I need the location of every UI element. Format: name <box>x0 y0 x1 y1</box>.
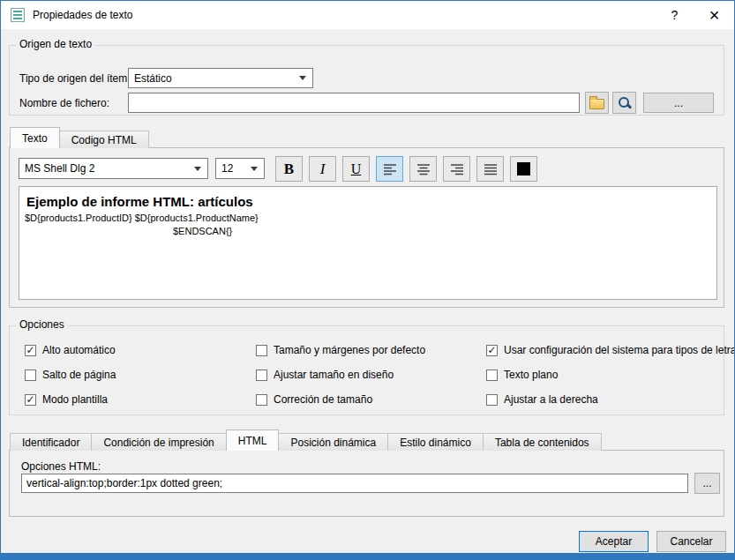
checkbox-label: Correción de tamaño <box>274 393 372 406</box>
checkbox-box[interactable]: ✓ <box>25 345 36 356</box>
align-center-icon <box>416 163 431 175</box>
check-mark: ✓ <box>487 345 496 355</box>
text-properties-dialog: Propiedades de texto ? × Origen de texto… <box>0 0 735 560</box>
origin-group-title: Origen de texto <box>16 38 95 50</box>
item-source-type-combobox[interactable]: Estático <box>128 68 313 88</box>
tab-html[interactable]: HTML <box>226 429 280 451</box>
item-source-type-label: Tipo de origen del ítem: <box>19 69 131 88</box>
tab-condicion-impresion[interactable]: Condición de impresión <box>91 433 226 451</box>
filename-input[interactable] <box>128 93 580 113</box>
checkbox-box[interactable] <box>486 394 498 406</box>
checkbox-label: Modo plantilla <box>42 393 108 406</box>
font-family-combobox[interactable]: MS Shell Dlg 2 <box>19 158 208 179</box>
align-justify-button[interactable] <box>476 156 504 182</box>
align-right-icon <box>450 163 464 175</box>
format-toolbar: B I U <box>275 156 537 182</box>
window-title: Propiedades de texto <box>33 9 132 21</box>
checkbox-label: Tamaño y márgenes por defecto <box>274 344 425 356</box>
checkbox-label: Ajustar tamaño en diseño <box>274 369 394 381</box>
checkbox-label: Texto plano <box>504 369 558 381</box>
align-left-button[interactable] <box>376 156 403 182</box>
text-editor-area[interactable]: Ejemplo de informe HTML: artículos $D{pr… <box>19 186 717 300</box>
checkbox-tamano-margenes-defecto[interactable]: Tamaño y márgenes por defecto <box>256 344 486 356</box>
check-mark: ✓ <box>26 345 34 355</box>
checkbox-box[interactable] <box>256 370 267 381</box>
checkbox-label: Usar configuración del sistema para tipo… <box>504 344 735 356</box>
font-size-value: 12 <box>221 162 245 175</box>
checkbox-box[interactable] <box>25 370 36 381</box>
font-family-value: MS Shell Dlg 2 <box>25 162 189 175</box>
tab-posicion-dinamica[interactable]: Posición dinámica <box>278 433 388 451</box>
align-left-icon <box>383 163 397 175</box>
checkbox-box[interactable] <box>256 394 267 406</box>
text-content-line1: $D{products1.ProductID} $D{products1.Pro… <box>25 212 711 225</box>
underline-glyph: U <box>351 161 362 177</box>
html-options-input[interactable] <box>21 474 688 493</box>
checkbox-box[interactable] <box>486 370 498 381</box>
align-justify-icon <box>484 163 498 175</box>
checkbox-ajustar-tamano-diseno[interactable]: Ajustar tamaño en diseño <box>256 369 486 381</box>
properties-tabbar: Identificador Condición de impresión HTM… <box>10 429 601 451</box>
chevron-down-icon <box>194 167 201 171</box>
tab-texto[interactable]: Texto <box>10 127 60 148</box>
tab-estilo-dinamico[interactable]: Estilo dinámico <box>387 433 484 451</box>
check-mark: ✓ <box>26 394 34 405</box>
align-center-button[interactable] <box>409 156 437 182</box>
html-options-more-button[interactable]: ... <box>694 473 720 494</box>
checkbox-label: Ajustar a la derecha <box>504 393 598 406</box>
chevron-down-icon <box>299 76 306 80</box>
accept-button[interactable]: Aceptar <box>579 531 649 552</box>
italic-glyph: I <box>320 161 326 178</box>
checkbox-texto-plano[interactable]: Texto plano <box>486 369 735 381</box>
chevron-down-icon <box>251 167 258 171</box>
text-content-line2: $ENDSCAN{} <box>173 225 711 238</box>
browse-more-button[interactable]: ... <box>643 93 714 113</box>
font-size-combobox[interactable]: 12 <box>215 158 265 179</box>
checkbox-box[interactable]: ✓ <box>25 394 36 406</box>
filename-label: Nombre de fichero: <box>19 93 109 113</box>
title-bar[interactable]: Propiedades de texto ? × <box>1 1 734 29</box>
tab-identificador[interactable]: Identificador <box>10 433 92 451</box>
close-button[interactable]: × <box>694 1 734 29</box>
color-swatch-icon <box>517 162 530 175</box>
caption-buttons: ? × <box>655 1 734 29</box>
text-content-heading: Ejemplo de informe HTML: artículos <box>26 194 711 209</box>
window-bottom-border <box>1 553 734 559</box>
checkbox-label: Salto de página <box>42 369 116 381</box>
checkbox-modo-plantilla[interactable]: ✓ Modo plantilla <box>25 393 256 406</box>
open-file-button[interactable] <box>585 92 609 114</box>
checkbox-alto-automatico[interactable]: ✓ Alto automático <box>25 344 256 356</box>
checkbox-box[interactable] <box>256 345 267 356</box>
options-checkbox-grid: ✓ Alto automático Tamaño y márgenes por … <box>25 338 718 412</box>
editor-tabbar: Texto Codigo HTML <box>10 127 148 148</box>
align-right-button[interactable] <box>443 156 470 182</box>
checkbox-box[interactable]: ✓ <box>486 345 498 356</box>
cancel-button[interactable]: Cancelar <box>656 531 726 552</box>
bold-glyph: B <box>284 161 294 178</box>
text-color-button[interactable] <box>510 156 537 182</box>
checkbox-label: Alto automático <box>42 344 116 356</box>
app-icon <box>11 8 25 22</box>
underline-button[interactable]: U <box>342 156 370 182</box>
italic-button[interactable]: I <box>309 156 336 182</box>
checkbox-ajustar-derecha[interactable]: Ajustar a la derecha <box>486 393 735 406</box>
item-source-type-value: Estático <box>134 72 294 85</box>
checkbox-correcion-tamano[interactable]: Correción de tamaño <box>256 393 486 406</box>
checkbox-usar-configuracion-sistema[interactable]: ✓ Usar configuración del sistema para ti… <box>486 344 735 356</box>
bold-button[interactable]: B <box>275 156 303 182</box>
tab-tabla-contenidos[interactable]: Tabla de contenidos <box>483 433 602 451</box>
magnifier-icon <box>618 96 632 110</box>
search-field-button[interactable] <box>612 92 636 114</box>
help-button[interactable]: ? <box>655 1 694 29</box>
checkbox-salto-pagina[interactable]: Salto de página <box>25 369 256 381</box>
tab-codigo-html[interactable]: Codigo HTML <box>59 131 149 148</box>
options-group-title: Opciones <box>16 318 68 331</box>
folder-icon <box>589 99 604 109</box>
